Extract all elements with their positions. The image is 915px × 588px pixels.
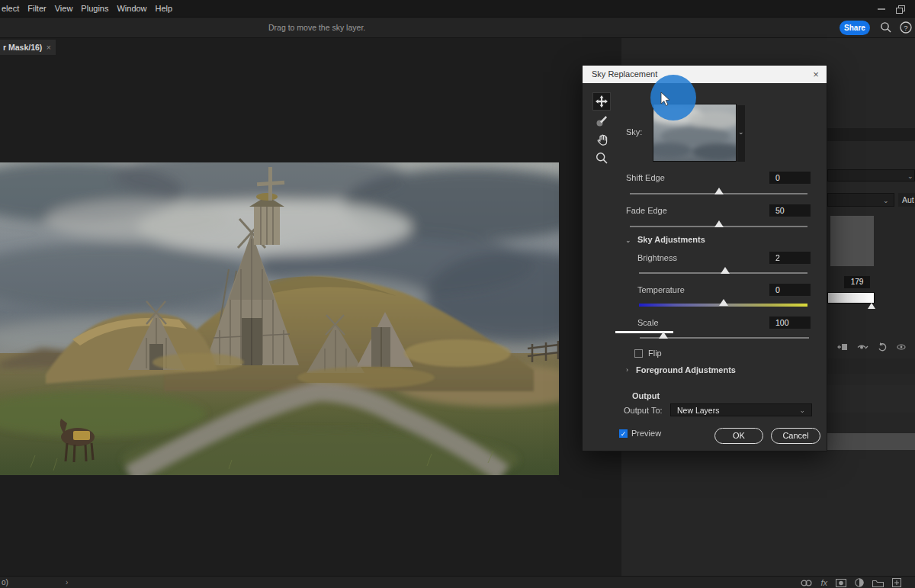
ok-button[interactable]: OK bbox=[714, 428, 763, 444]
options-bar: Drag to move the sky layer. Share ? bbox=[0, 17, 915, 38]
fade-edge-value[interactable]: 50 bbox=[769, 204, 811, 217]
preview-label: Preview bbox=[631, 429, 661, 438]
scale-slider[interactable] bbox=[640, 337, 809, 339]
panel-dropdown-top[interactable] bbox=[827, 169, 915, 182]
menu-item-help[interactable]: Help bbox=[156, 4, 173, 13]
chevron-down-icon: ⌄ bbox=[883, 197, 889, 204]
clip-to-layer-icon[interactable] bbox=[837, 342, 848, 352]
output-to-value: New Layers bbox=[677, 406, 719, 415]
flip-checkbox[interactable] bbox=[634, 349, 643, 358]
click-highlight-circle bbox=[650, 75, 696, 120]
temperature-label: Temperature bbox=[637, 285, 685, 294]
properties-footer-icons bbox=[837, 342, 906, 352]
menu-item-select[interactable]: elect bbox=[2, 4, 19, 13]
shift-edge-label: Shift Edge bbox=[626, 173, 665, 182]
slider-handle[interactable] bbox=[714, 220, 724, 227]
chevron-down-icon[interactable]: ⌄ bbox=[738, 128, 744, 136]
menu-bar: elect Filter View Plugins Window Help bbox=[0, 0, 915, 17]
chevron-down-icon: ⌄ bbox=[799, 404, 805, 416]
layers-panel-footer: fx bbox=[801, 578, 901, 587]
layers-selected-row[interactable] bbox=[827, 433, 915, 450]
fade-edge-label: Fade Edge bbox=[626, 206, 667, 215]
brightness-value[interactable]: 2 bbox=[769, 252, 811, 264]
auto-button[interactable]: Aut bbox=[898, 193, 915, 207]
menu-item-filter[interactable]: Filter bbox=[27, 4, 46, 13]
brightness-label: Brightness bbox=[637, 253, 677, 262]
output-level-slider-handle[interactable] bbox=[868, 303, 875, 309]
output-header: Output bbox=[632, 391, 660, 400]
help-icon[interactable]: ? bbox=[900, 21, 912, 34]
cancel-button[interactable]: Cancel bbox=[771, 428, 820, 444]
dialog-title[interactable]: Sky Replacement bbox=[583, 66, 827, 83]
temperature-value[interactable]: 0 bbox=[769, 284, 811, 296]
restore-icon[interactable] bbox=[896, 5, 906, 14]
document-tab[interactable]: r Mask/16) × bbox=[0, 40, 56, 55]
move-tool[interactable] bbox=[593, 93, 610, 110]
shift-edge-value[interactable]: 0 bbox=[769, 172, 811, 184]
adjustment-icon[interactable] bbox=[855, 578, 864, 587]
slider-handle[interactable] bbox=[659, 332, 668, 339]
expand-chevron-icon[interactable]: › bbox=[626, 366, 628, 374]
group-icon[interactable] bbox=[872, 579, 884, 587]
close-icon[interactable]: × bbox=[47, 40, 51, 55]
visibility-eye-icon[interactable] bbox=[897, 343, 906, 351]
share-button[interactable]: Share bbox=[840, 21, 870, 35]
search-icon[interactable] bbox=[880, 21, 892, 34]
mask-icon[interactable] bbox=[836, 579, 846, 587]
slider-handle[interactable] bbox=[721, 267, 730, 274]
slider-handle[interactable] bbox=[719, 299, 728, 306]
scale-label: Scale bbox=[637, 318, 659, 327]
layers-panel-row bbox=[827, 385, 915, 413]
fx-icon[interactable]: fx bbox=[820, 578, 827, 587]
status-bar: o) › fx bbox=[0, 576, 915, 588]
document-tab-label: r Mask/16) bbox=[3, 43, 42, 52]
menu-item-window[interactable]: Window bbox=[117, 4, 146, 13]
foreground-adjustments-header[interactable]: Foreground Adjustments bbox=[636, 365, 736, 374]
reset-icon[interactable] bbox=[878, 342, 888, 352]
scale-value[interactable]: 100 bbox=[769, 316, 811, 329]
output-to-label: Output To: bbox=[624, 406, 663, 415]
status-chevron-icon[interactable]: › bbox=[66, 578, 68, 586]
zoom-tool[interactable] bbox=[593, 149, 610, 166]
shift-edge-slider[interactable] bbox=[630, 193, 807, 194]
level-value-field[interactable]: 179 bbox=[844, 276, 870, 288]
mouse-cursor-icon bbox=[660, 92, 673, 108]
sky-replacement-dialog: Sky Replacement × Sky: bbox=[582, 65, 827, 451]
sky-adjustments-header[interactable]: Sky Adjustments bbox=[637, 235, 705, 244]
preview-checkbox[interactable]: ✓ bbox=[619, 429, 628, 438]
output-to-select[interactable]: New Layers ⌄ bbox=[670, 403, 812, 416]
sky-label: Sky: bbox=[626, 127, 642, 137]
previous-state-eye-icon[interactable] bbox=[857, 343, 868, 352]
histogram-preview-box bbox=[830, 216, 874, 266]
hand-tool[interactable] bbox=[593, 131, 610, 148]
slider-handle[interactable] bbox=[714, 188, 724, 194]
flip-label: Flip bbox=[648, 349, 662, 358]
document-canvas-photo[interactable] bbox=[0, 162, 559, 475]
options-hint-text: Drag to move the sky layer. bbox=[268, 23, 365, 32]
status-doc-info: o) bbox=[2, 578, 8, 586]
minimize-icon[interactable] bbox=[877, 5, 886, 11]
menu-item-plugins[interactable]: Plugins bbox=[81, 4, 108, 13]
temperature-slider[interactable] bbox=[639, 304, 807, 307]
output-level-ramp bbox=[827, 292, 875, 304]
menu-item-view[interactable]: View bbox=[55, 4, 73, 13]
layers-panel-row bbox=[827, 358, 915, 374]
photoshop-window: elect Filter View Plugins Window Help Dr… bbox=[0, 0, 915, 588]
collapse-chevron-icon[interactable]: ⌄ bbox=[625, 236, 631, 244]
chevron-down-icon: ⌄ bbox=[907, 172, 913, 180]
new-layer-icon[interactable] bbox=[892, 578, 901, 587]
sky-brush-tool[interactable] bbox=[593, 113, 610, 130]
dialog-close-icon[interactable]: × bbox=[805, 66, 827, 83]
fade-edge-slider[interactable] bbox=[630, 226, 807, 227]
brightness-slider[interactable] bbox=[639, 272, 807, 274]
panel-header-strip bbox=[827, 128, 915, 141]
link-icon[interactable] bbox=[801, 580, 812, 586]
svg-text:?: ? bbox=[904, 24, 907, 32]
